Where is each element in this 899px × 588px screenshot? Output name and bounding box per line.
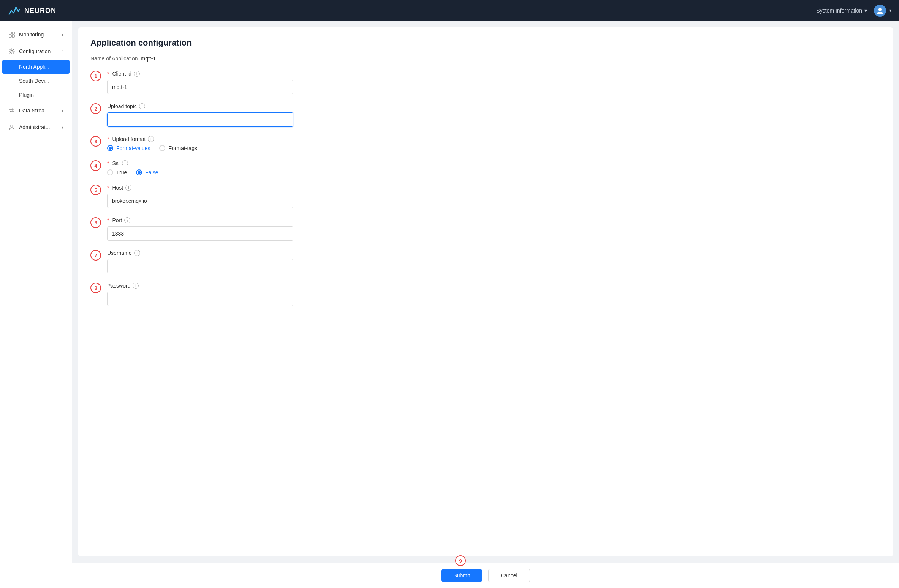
sidebar: Monitoring ▾ Configuration ^ North Appli… bbox=[0, 21, 72, 588]
svg-rect-7 bbox=[12, 35, 14, 37]
svg-point-9 bbox=[11, 125, 13, 127]
step-5-badge: 5 bbox=[90, 185, 101, 195]
format-tags-label: Format-tags bbox=[168, 145, 197, 151]
format-values-radio[interactable] bbox=[107, 145, 113, 151]
upload-format-label-text: Upload format bbox=[112, 136, 146, 142]
ssl-label-text: Ssl bbox=[112, 160, 119, 166]
svg-rect-5 bbox=[12, 32, 14, 34]
page-title: Application configuration bbox=[90, 38, 881, 48]
client-id-label-text: Client id bbox=[112, 71, 131, 77]
navbar-right: System Information ▾ ▾ bbox=[812, 5, 891, 17]
password-label-text: Password bbox=[107, 283, 130, 289]
user-chevron-icon[interactable]: ▾ bbox=[889, 8, 891, 13]
step-6-badge: 6 bbox=[90, 217, 101, 228]
submit-button[interactable]: Submit bbox=[441, 569, 482, 582]
form-section-upload-format: 3 * Upload format i Format-values bbox=[107, 136, 881, 151]
upload-topic-input[interactable] bbox=[107, 112, 293, 127]
configuration-chevron-icon: ^ bbox=[62, 49, 63, 54]
upload-topic-info-icon[interactable]: i bbox=[139, 103, 145, 109]
ssl-true-radio[interactable] bbox=[107, 169, 113, 175]
form-section-host: 5 * Host i bbox=[107, 185, 881, 208]
host-info-icon[interactable]: i bbox=[125, 185, 131, 191]
data-strea-chevron-icon: ▾ bbox=[62, 109, 63, 113]
sidebar-item-administrat-label: Administrat... bbox=[19, 124, 50, 130]
sidebar-item-plugin[interactable]: Plugin bbox=[2, 88, 70, 102]
ssl-false-option[interactable]: False bbox=[136, 169, 158, 175]
client-id-input[interactable] bbox=[107, 80, 293, 94]
system-info-chevron-icon: ▾ bbox=[864, 8, 867, 14]
step-4-badge: 4 bbox=[90, 160, 101, 171]
username-label: Username i bbox=[107, 250, 881, 256]
admin-chevron-icon: ▾ bbox=[62, 125, 63, 130]
layout: Monitoring ▾ Configuration ^ North Appli… bbox=[0, 21, 899, 588]
format-tags-option[interactable]: Format-tags bbox=[159, 145, 197, 151]
ssl-radio-group: True False bbox=[107, 169, 881, 175]
svg-point-3 bbox=[878, 8, 882, 11]
upload-format-label: * Upload format i bbox=[107, 136, 881, 142]
username-input[interactable] bbox=[107, 259, 293, 273]
form-section-upload-topic: 2 Upload topic i bbox=[107, 103, 881, 127]
ssl-true-label: True bbox=[116, 169, 127, 175]
configuration-icon bbox=[8, 48, 15, 55]
client-id-info-icon[interactable]: i bbox=[134, 71, 140, 77]
username-info-icon[interactable]: i bbox=[134, 250, 140, 256]
sidebar-item-administrat[interactable]: Administrat... ▾ bbox=[2, 119, 70, 135]
upload-format-radio-group: Format-values Format-tags bbox=[107, 145, 881, 151]
ssl-label: * Ssl i bbox=[107, 160, 881, 166]
form-container: Application configuration Name of Applic… bbox=[78, 27, 893, 556]
format-values-option[interactable]: Format-values bbox=[107, 145, 150, 151]
brand: NEURON bbox=[8, 4, 56, 17]
port-label: * Port i bbox=[107, 217, 881, 223]
user-avatar[interactable] bbox=[874, 5, 886, 17]
app-title: NEURON bbox=[24, 7, 56, 15]
ssl-false-label: False bbox=[145, 169, 158, 175]
step-8-badge: 8 bbox=[90, 283, 101, 293]
password-label: Password i bbox=[107, 283, 881, 289]
password-info-icon[interactable]: i bbox=[133, 283, 139, 289]
system-info-button[interactable]: System Information ▾ bbox=[812, 5, 871, 16]
host-label-text: Host bbox=[112, 185, 123, 191]
data-stream-icon bbox=[8, 107, 15, 114]
upload-topic-label-text: Upload topic bbox=[107, 103, 137, 109]
step-2-badge: 2 bbox=[90, 103, 101, 114]
upload-format-info-icon[interactable]: i bbox=[148, 136, 154, 142]
sidebar-item-north-appli[interactable]: North Appli... bbox=[2, 60, 70, 74]
svg-rect-6 bbox=[9, 35, 11, 37]
password-input[interactable] bbox=[107, 292, 293, 306]
host-required-indicator: * bbox=[107, 185, 109, 191]
client-id-required-indicator: * bbox=[107, 71, 109, 77]
sidebar-item-monitoring[interactable]: Monitoring ▾ bbox=[2, 27, 70, 43]
ssl-info-icon[interactable]: i bbox=[122, 160, 128, 166]
ssl-true-option[interactable]: True bbox=[107, 169, 127, 175]
form-section-client-id: 1 * Client id i bbox=[107, 71, 881, 94]
svg-point-2 bbox=[15, 7, 17, 8]
app-name-row: Name of Application mqtt-1 bbox=[90, 55, 881, 62]
format-tags-radio[interactable] bbox=[159, 145, 165, 151]
form-sections-wrapper: 1 * Client id i 2 Upload topic i bbox=[107, 71, 881, 306]
port-input[interactable] bbox=[107, 226, 293, 241]
form-section-port: 6 * Port i bbox=[107, 217, 881, 241]
username-label-text: Username bbox=[107, 250, 132, 256]
sidebar-item-configuration[interactable]: Configuration ^ bbox=[2, 43, 70, 59]
port-info-icon[interactable]: i bbox=[124, 217, 130, 223]
user-icon bbox=[877, 7, 883, 14]
format-values-label: Format-values bbox=[116, 145, 150, 151]
app-name-value: mqtt-1 bbox=[141, 55, 156, 62]
sidebar-item-south-devi[interactable]: South Devi... bbox=[2, 74, 70, 88]
step-1-badge: 1 bbox=[90, 71, 101, 81]
port-required-indicator: * bbox=[107, 217, 109, 223]
client-id-label: * Client id i bbox=[107, 71, 881, 77]
form-section-username: 7 Username i bbox=[107, 250, 881, 273]
admin-icon bbox=[8, 124, 15, 131]
cancel-button[interactable]: Cancel bbox=[488, 569, 530, 582]
action-bar: 9 Submit Cancel bbox=[72, 563, 899, 588]
host-input[interactable] bbox=[107, 194, 293, 208]
sidebar-item-data-strea[interactable]: Data Strea... ▾ bbox=[2, 103, 70, 119]
step-9-badge-wrapper: 9 bbox=[455, 555, 466, 567]
sidebar-item-north-appli-label: North Appli... bbox=[19, 64, 49, 70]
upload-format-required-indicator: * bbox=[107, 136, 109, 142]
sidebar-item-data-strea-label: Data Strea... bbox=[19, 107, 49, 114]
ssl-false-radio[interactable] bbox=[136, 169, 142, 175]
svg-point-8 bbox=[11, 51, 13, 52]
step-3-badge: 3 bbox=[90, 136, 101, 147]
